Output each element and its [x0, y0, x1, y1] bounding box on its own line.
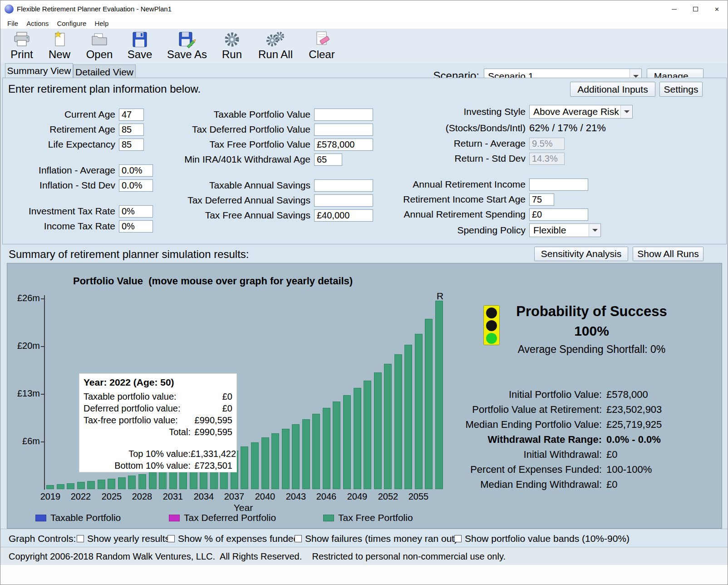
- bar-2039[interactable]: [251, 442, 259, 489]
- show-expenses-funded-checkbox[interactable]: Show % of expenses funded: [167, 533, 299, 544]
- retirement-age-label: Retirement Age: [7, 124, 115, 135]
- open-folder-icon: [90, 30, 108, 49]
- annual-retirement-spending-input[interactable]: [529, 208, 588, 221]
- bar-2022[interactable]: [77, 482, 85, 489]
- current-age-input[interactable]: [119, 109, 144, 121]
- clear-button[interactable]: Clear: [303, 30, 341, 61]
- retirement-age-input[interactable]: [119, 124, 144, 136]
- copyright-text: Copyright 2006-2018 Random Walk Ventures…: [9, 551, 506, 562]
- bar-2024[interactable]: [98, 480, 105, 489]
- tooltip-taxable-value: £0: [191, 391, 232, 402]
- bar-2019[interactable]: [46, 485, 54, 489]
- bar-2021[interactable]: [67, 483, 74, 489]
- taxable-portfolio-value-label: Taxable Portfolio Value: [180, 109, 310, 120]
- menu-help[interactable]: Help: [90, 19, 113, 28]
- run-button[interactable]: Run: [216, 30, 248, 61]
- save-as-button[interactable]: Save As: [162, 30, 212, 61]
- tab-detailed-view[interactable]: Detailed View: [73, 64, 136, 78]
- new-button[interactable]: New: [41, 30, 78, 61]
- x-tick-label: 2052: [372, 491, 404, 502]
- bar-2029[interactable]: [149, 472, 157, 489]
- inflation-stddev-input[interactable]: [119, 179, 153, 192]
- bar-2044[interactable]: [302, 419, 310, 489]
- traffic-light-red-lamp: [486, 307, 497, 318]
- investment-tax-rate-input[interactable]: [119, 205, 153, 218]
- y-tick-label: £26m: [7, 293, 40, 303]
- bar-2045[interactable]: [312, 414, 320, 489]
- chart-title: Portfolio Value (move mouse over graph f…: [73, 275, 353, 287]
- bar-2049[interactable]: [354, 388, 361, 489]
- show-value-bands-checkbox[interactable]: Show portfolio value bands (10%-90%): [454, 533, 630, 544]
- show-yearly-results-checkbox[interactable]: Show yearly results: [77, 533, 170, 544]
- bar-2025[interactable]: [108, 479, 115, 489]
- annual-retirement-income-input[interactable]: [529, 178, 588, 191]
- tooltip-taxable-label: Taxable portfolio value:: [84, 391, 191, 402]
- y-tick-mark: [41, 298, 44, 299]
- run-gear-icon: [223, 30, 241, 49]
- bar-2038[interactable]: [241, 446, 248, 489]
- minimize-button[interactable]: [664, 0, 685, 18]
- save-label: Save: [128, 49, 152, 60]
- return-average-label: Return - Average: [366, 138, 526, 149]
- min-ira-withdrawal-age-input[interactable]: [314, 154, 342, 166]
- x-tick-label: 2031: [157, 491, 189, 502]
- inflation-average-input[interactable]: [119, 164, 153, 177]
- graph-controls-label: Graph Controls:: [9, 533, 76, 544]
- bar-2027[interactable]: [128, 476, 136, 489]
- tax-deferred-annual-savings-input[interactable]: [314, 194, 373, 207]
- taxable-portfolio-value-input[interactable]: [314, 109, 373, 121]
- bar-2046[interactable]: [323, 408, 330, 489]
- y-tick-mark: [41, 346, 44, 347]
- bar-2040[interactable]: [261, 437, 269, 489]
- bar-2047[interactable]: [333, 402, 340, 489]
- sensitivity-analysis-button[interactable]: Sensitivity Analysis: [534, 247, 628, 261]
- probability-value: 100%: [504, 323, 679, 339]
- bar-2051[interactable]: [374, 372, 382, 489]
- show-failures-checkbox[interactable]: Show failures (times money ran out): [295, 533, 457, 544]
- bar-2042[interactable]: [282, 429, 290, 489]
- show-all-runs-button[interactable]: Show All Runs: [633, 247, 703, 261]
- retirement-income-start-age-input[interactable]: [529, 193, 554, 206]
- run-all-button[interactable]: Run All: [251, 30, 300, 61]
- open-button[interactable]: Open: [80, 30, 118, 61]
- bar-2052[interactable]: [384, 364, 392, 489]
- menu-configure[interactable]: Configure: [53, 19, 90, 28]
- bar-2041[interactable]: [271, 433, 279, 489]
- tax-free-portfolio-value-input[interactable]: [314, 139, 373, 151]
- tab-summary-view[interactable]: Summary View: [5, 63, 73, 78]
- legend-tax-free-portfolio: Tax Free Portfolio: [323, 512, 413, 523]
- menu-actions[interactable]: Actions: [22, 19, 53, 28]
- window-controls: ×: [664, 0, 728, 18]
- bar-2053[interactable]: [394, 354, 402, 489]
- tax-free-annual-savings-input[interactable]: [314, 209, 373, 222]
- settings-button[interactable]: Settings: [659, 82, 703, 97]
- taxable-annual-savings-input[interactable]: [314, 179, 373, 192]
- spending-policy-label: Spending Policy: [366, 225, 526, 236]
- spending-policy-select[interactable]: Flexible: [529, 223, 601, 237]
- save-button[interactable]: Save: [121, 30, 158, 61]
- maximize-button[interactable]: [685, 0, 706, 18]
- x-tick-label: 2034: [188, 491, 220, 502]
- life-expectancy-input[interactable]: [119, 139, 144, 151]
- close-button[interactable]: ×: [706, 0, 728, 18]
- investing-style-select[interactable]: Above Average Risk: [529, 105, 633, 119]
- bar-2026[interactable]: [118, 477, 126, 489]
- tax-deferred-portfolio-value-input[interactable]: [314, 124, 373, 136]
- bar-2030[interactable]: [159, 471, 167, 489]
- bar-2020[interactable]: [57, 484, 64, 489]
- bar-2028[interactable]: [138, 474, 146, 489]
- open-label: Open: [86, 49, 113, 60]
- bar-2023[interactable]: [87, 481, 95, 489]
- stat-initial-portfolio: Initial Portfolio Value:£578,000: [411, 387, 693, 402]
- print-button[interactable]: Print: [4, 30, 39, 61]
- bar-2050[interactable]: [364, 381, 371, 489]
- income-tax-rate-input[interactable]: [119, 220, 153, 233]
- menu-file[interactable]: File: [3, 19, 22, 28]
- tooltip-taxfree-value: £990,595: [191, 414, 232, 426]
- additional-inputs-button[interactable]: Additional Inputs: [570, 82, 655, 97]
- save-as-label: Save As: [167, 49, 207, 60]
- bar-2048[interactable]: [343, 395, 351, 489]
- bar-2043[interactable]: [292, 424, 300, 489]
- graph-controls-bar: Graph Controls: Show yearly results Show…: [0, 529, 728, 547]
- tax-deferred-portfolio-swatch: [169, 515, 180, 521]
